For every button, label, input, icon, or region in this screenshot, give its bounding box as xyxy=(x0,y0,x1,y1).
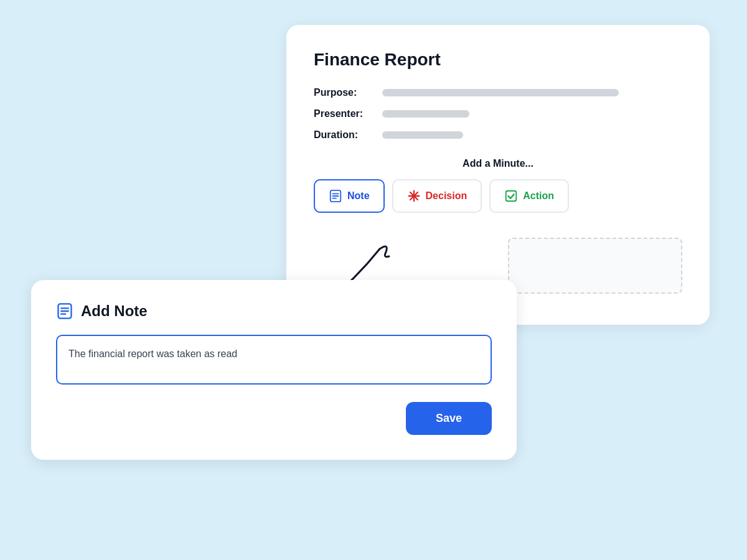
purpose-label: Purpose: xyxy=(314,87,382,98)
duration-label: Duration: xyxy=(314,129,382,141)
minute-buttons: Note Decision Action xyxy=(314,179,682,213)
purpose-bar xyxy=(382,89,619,96)
svg-rect-8 xyxy=(506,191,517,202)
add-note-card: Add Note The financial report was taken … xyxy=(31,280,517,460)
add-minute-label: Add a Minute... xyxy=(314,158,682,169)
presenter-bar xyxy=(382,110,469,118)
decision-button-label: Decision xyxy=(426,190,467,202)
note-icon xyxy=(329,189,342,203)
decision-button[interactable]: Decision xyxy=(392,179,482,213)
add-minute-section: Add a Minute... Note xyxy=(314,158,682,294)
decision-icon xyxy=(407,189,421,203)
action-button-label: Action xyxy=(523,190,554,202)
add-note-title: Add Note xyxy=(81,302,148,320)
presenter-label: Presenter: xyxy=(314,108,382,119)
duration-bar xyxy=(382,131,463,139)
note-actions: Save xyxy=(56,402,492,435)
action-button[interactable]: Action xyxy=(489,179,569,213)
dashed-placeholder xyxy=(508,238,682,294)
presenter-row: Presenter: xyxy=(314,108,682,119)
note-button[interactable]: Note xyxy=(314,179,385,213)
add-note-icon xyxy=(56,302,73,320)
action-icon xyxy=(504,189,518,203)
save-button[interactable]: Save xyxy=(406,402,492,435)
note-header: Add Note xyxy=(56,302,492,320)
purpose-row: Purpose: xyxy=(314,87,682,98)
note-input[interactable]: The financial report was taken as read xyxy=(56,335,492,385)
note-button-label: Note xyxy=(347,190,370,202)
duration-row: Duration: xyxy=(314,129,682,141)
finance-report-title: Finance Report xyxy=(314,50,682,70)
